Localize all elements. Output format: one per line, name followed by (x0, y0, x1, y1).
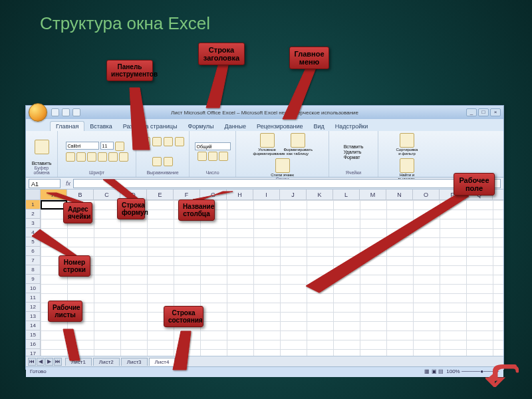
tab-home[interactable]: Главная (50, 121, 84, 131)
align-icon[interactable] (141, 137, 150, 146)
currency-icon[interactable] (198, 152, 207, 161)
row-header[interactable]: 4 (26, 228, 40, 237)
slide-title: Структура окна Excel (40, 13, 210, 34)
underline-icon[interactable] (87, 152, 96, 162)
tab-insert[interactable]: Вставка (84, 122, 117, 131)
align-icon[interactable] (164, 137, 173, 146)
select-all-corner[interactable] (26, 190, 41, 200)
align-icon[interactable] (152, 137, 162, 146)
row-header[interactable]: 2 (26, 209, 40, 219)
delete-cells[interactable]: Удалить (344, 150, 362, 154)
sheet-tab[interactable]: Лист2 (93, 358, 120, 366)
bold-icon[interactable] (66, 152, 75, 162)
callout-rownum: Номер строки (59, 255, 90, 277)
row-header[interactable]: 15 (26, 331, 40, 340)
worksheet-grid[interactable]: ABCDEFGHIJKLMNOPQ 1234567891011121314151… (26, 190, 503, 356)
find-icon[interactable] (400, 158, 414, 173)
align-icon[interactable] (175, 137, 184, 146)
ribbon-number: Общий Число (190, 131, 236, 177)
tab-view[interactable]: Вид (309, 122, 330, 131)
col-header[interactable]: F (174, 190, 200, 200)
group-label: Шрифт (89, 170, 104, 175)
cond-format-icon[interactable] (260, 133, 275, 148)
col-header[interactable]: K (307, 190, 333, 200)
col-header[interactable]: B (67, 190, 94, 200)
cell-styles-icon[interactable] (275, 158, 290, 173)
quick-access-toolbar[interactable] (51, 108, 80, 116)
tab-layout[interactable]: Разметка страницы (118, 122, 183, 131)
italic-icon[interactable] (76, 152, 86, 162)
col-header[interactable]: A (41, 190, 67, 200)
row-header[interactable]: 13 (26, 312, 40, 321)
titlebar: Лист Microsoft Office Excel – Microsoft … (26, 106, 503, 119)
row-headers: 1234567891011121314151617181920212223242… (26, 200, 41, 356)
name-box[interactable]: A1 (29, 179, 61, 188)
sheet-tab[interactable]: Лист4 (149, 358, 176, 366)
row-header[interactable]: 16 (26, 340, 40, 349)
format-cells[interactable]: Формат (344, 155, 360, 160)
sort-icon[interactable] (400, 133, 414, 148)
font-color-icon[interactable] (119, 152, 128, 162)
formula-input[interactable] (73, 179, 501, 188)
col-header[interactable]: I (253, 190, 280, 200)
row-header[interactable]: 17 (26, 349, 40, 356)
col-header[interactable]: H (227, 190, 253, 200)
sheet-tab[interactable]: Лист3 (121, 358, 148, 366)
row-header[interactable]: 8 (26, 265, 40, 275)
col-header[interactable]: C (94, 190, 120, 200)
row-header[interactable]: 12 (26, 303, 40, 312)
tab-addins[interactable]: Надстройки (330, 122, 373, 131)
ribbon-align: Выравнивание (136, 131, 190, 177)
row-header[interactable]: 14 (26, 321, 40, 331)
office-button[interactable] (29, 103, 47, 122)
tab-review[interactable]: Рецензирование (251, 122, 309, 131)
window-title: Лист Microsoft Office Excel – Microsoft … (171, 110, 358, 116)
format-table-icon[interactable] (291, 133, 305, 148)
window-controls[interactable]: _□× (466, 108, 501, 116)
paste-icon[interactable] (35, 140, 49, 154)
sheet-tab[interactable]: Лист1 (65, 358, 92, 366)
row-header[interactable]: 9 (26, 275, 40, 284)
callout-colname: Название столбца (178, 200, 215, 221)
percent-icon[interactable] (208, 152, 217, 161)
tab-data[interactable]: Данные (219, 122, 252, 131)
comma-icon[interactable] (219, 152, 228, 161)
col-header[interactable]: E (147, 190, 174, 200)
group-label: Буфер обмена (30, 166, 53, 175)
fill-icon[interactable] (108, 152, 118, 162)
col-header[interactable]: J (280, 190, 307, 200)
callout-mainmenu: Главное меню (289, 47, 329, 69)
ribbon-editing: Сортировка и фильтр Найти и выделить Ред… (378, 131, 436, 177)
cells-area[interactable] (41, 200, 503, 356)
number-format[interactable]: Общий (195, 142, 231, 150)
align-icon[interactable] (152, 157, 162, 166)
align-icon[interactable] (164, 157, 173, 166)
ribbon-clipboard: Вставить Буфер обмена (26, 131, 58, 177)
col-header[interactable]: O (413, 190, 440, 200)
tab-formulas[interactable]: Формулы (182, 122, 219, 131)
svg-marker-1 (206, 65, 228, 108)
row-header[interactable]: 11 (26, 293, 40, 303)
paste-label: Вставить (32, 161, 52, 166)
return-button[interactable] (485, 364, 519, 387)
row-header[interactable]: 5 (26, 237, 40, 247)
grow-font-icon[interactable] (115, 142, 124, 151)
group-label: Выравнивание (146, 170, 178, 175)
row-header[interactable]: 10 (26, 284, 40, 293)
ribbon-tabs: Главная Вставка Разметка страницы Формул… (26, 119, 503, 131)
sheet-nav[interactable]: ⏮◀▶⏭ (26, 358, 64, 366)
font-name[interactable]: Calibri (66, 142, 99, 150)
row-header[interactable]: 1 (26, 200, 40, 209)
font-size[interactable]: 11 (100, 142, 114, 150)
col-header[interactable]: G (200, 190, 227, 200)
row-header[interactable]: 3 (26, 219, 40, 228)
col-header[interactable]: M (360, 190, 386, 200)
insert-cells[interactable]: Вставить (344, 144, 364, 149)
row-header[interactable]: 7 (26, 256, 40, 265)
callout-statusbar: Строка состояния (164, 306, 203, 327)
col-header[interactable]: L (333, 190, 360, 200)
col-header[interactable]: N (386, 190, 413, 200)
border-icon[interactable] (98, 152, 107, 162)
row-header[interactable]: 6 (26, 247, 40, 256)
fx-icon[interactable]: fx (63, 180, 73, 187)
